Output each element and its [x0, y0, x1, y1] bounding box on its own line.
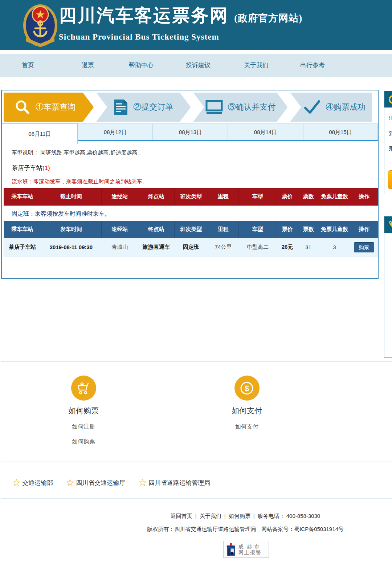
- flow-col-tickets: 票数: [298, 188, 319, 205]
- flow-col-station: 乘车车站: [4, 188, 41, 205]
- cell-depart-time: 2019-08-11 09:30: [41, 238, 102, 257]
- separator: |: [195, 513, 197, 519]
- tab-date-0811-active[interactable]: 08月11日: [2, 123, 78, 144]
- sidebar-search-panel: 出发地 到达地 乘车日期 查询: [384, 91, 392, 194]
- step-4-label: ④购票成功: [326, 102, 366, 113]
- payment-card-icon: [205, 100, 223, 114]
- table-row: 茶店子车站 2019-08-11 09:30 青城山 旅游直通车 固定班 74公…: [4, 238, 378, 257]
- site-title-suffix: (政府官方网站): [234, 13, 302, 24]
- help-title-pay: 如何支付: [165, 406, 328, 416]
- flow-col-action: 操作: [350, 188, 378, 205]
- main-nav: 首页 退票 帮助中心 投诉建议 关于我们 出行参考: [0, 54, 392, 77]
- cell-terminal: 旅游直通车: [138, 238, 175, 257]
- step-ticket-search: ①车票查询: [4, 93, 94, 122]
- help-link-buy[interactable]: 如何购票: [2, 438, 165, 446]
- cell-tickets: 31: [298, 238, 319, 257]
- partner-links-bar: ☆ 交通运输部 ☆ 四川省交通运输厅 ☆ 四川省道路运输管理局: [1, 466, 392, 499]
- partner-link-provincial-dept[interactable]: ☆ 四川省交通运输厅: [66, 466, 125, 499]
- footer-link-home[interactable]: 返回首页: [171, 513, 192, 519]
- flow-col-type: 班次类型: [175, 188, 208, 205]
- step-3-label: ③确认并支付: [228, 102, 276, 113]
- fixed-schedule-note: 固定班：乘客须按发车时间准时乘车。: [12, 210, 110, 218]
- help-title-buy: 如何购票: [2, 406, 165, 416]
- footer-phone: 服务电话： 400-858-3030: [258, 513, 320, 519]
- field-destination[interactable]: 到达地: [389, 129, 392, 138]
- flow-schedule-note: 流水班：即滚动发车，乘客须在截止时间之前到站乘车。: [12, 178, 148, 185]
- tab-date-0812[interactable]: 08月12日: [78, 123, 153, 140]
- help-col-pay: $ 如何支付 如何支付: [165, 362, 328, 431]
- separator: |: [253, 513, 255, 519]
- footer-link-how-to-buy[interactable]: 如何购票: [229, 513, 250, 519]
- tab-date-0814[interactable]: 08月14日: [228, 123, 303, 140]
- partner-label: 四川省交通运输厅: [76, 479, 125, 487]
- flow-col-distance: 里程: [208, 188, 239, 205]
- nav-item-help-center[interactable]: 帮助中心: [129, 54, 154, 77]
- star-icon: ☆: [12, 478, 21, 488]
- nav-item-refund[interactable]: 退票: [82, 54, 94, 77]
- partner-link-road-admin[interactable]: ☆ 四川省道路运输管理局: [138, 466, 210, 499]
- nav-item-home[interactable]: 首页: [22, 54, 34, 77]
- fixed-col-station: 乘车车站: [4, 221, 41, 238]
- buy-ticket-button[interactable]: 购票: [354, 242, 374, 252]
- sidebar-query-button[interactable]: 查询: [388, 170, 392, 189]
- flow-schedule-table: 乘车车站 截止时间 途经站 终点站 班次类型 里程 车型 票价 票数 免票儿童数…: [4, 188, 378, 206]
- field-departure[interactable]: 出发地: [389, 114, 392, 123]
- sidebar-contact-header: [384, 216, 392, 233]
- date-tabs: 08月12日 08月13日 08月14日 08月15日 08月11日: [2, 123, 378, 144]
- flow-col-deadline: 截止时间: [41, 188, 102, 205]
- badge-line1: 成 都 市: [238, 544, 262, 549]
- check-icon: [304, 100, 320, 114]
- separator: |: [224, 513, 226, 519]
- tab-date-0815[interactable]: 08月15日: [303, 123, 378, 140]
- svg-text:$: $: [245, 384, 249, 393]
- fixed-col-free-children: 免票儿童数: [319, 221, 350, 238]
- page: 四川汽车客运票务网 (政府官方网站) Sichuan Provincial Bu…: [0, 0, 392, 568]
- field-travel-date[interactable]: 乘车日期: [389, 145, 392, 153]
- police-kiosk-icon: [225, 543, 237, 556]
- help-section: 如何购票 如何注册 如何购票 $ 如何支付 如何支付 如何退票 线上退票: [1, 361, 392, 462]
- cell-station: 茶店子车站: [4, 238, 41, 257]
- help-link-pay[interactable]: 如何支付: [165, 423, 328, 431]
- flow-col-via: 途经站: [102, 188, 138, 205]
- cell-price: 26元: [277, 238, 298, 257]
- flow-col-price: 票价: [277, 188, 298, 205]
- online-police-report-badge[interactable]: 成 都 市 网上报警: [223, 541, 269, 558]
- fixed-col-depart-time: 发车时间: [41, 221, 102, 238]
- star-icon: ☆: [66, 478, 74, 488]
- footer-link-about[interactable]: 关于我们: [200, 513, 221, 519]
- document-icon: [114, 99, 128, 115]
- search-icon: [15, 99, 30, 115]
- fixed-col-type: 班次类型: [175, 221, 208, 238]
- tab-date-0813[interactable]: 08月13日: [153, 123, 228, 140]
- partner-link-ministry[interactable]: ☆ 交通运输部: [12, 466, 53, 499]
- nav-item-about-us[interactable]: 关于我们: [244, 54, 269, 77]
- site-title-cn: 四川汽车客运票务网: [59, 5, 229, 25]
- sidebar-search-header: [384, 91, 392, 107]
- fixed-col-via: 途经站: [102, 221, 138, 238]
- step-confirm-pay: ③确认并支付: [193, 93, 287, 122]
- site-title-en: Sichuan Provincial Bus Ticketing System: [59, 32, 302, 42]
- fixed-col-distance: 里程: [208, 221, 239, 238]
- footer-links: 返回首页|关于我们|如何购票|服务电话： 400-858-3030: [49, 513, 392, 520]
- flow-col-free-children: 免票儿童数: [319, 188, 350, 205]
- help-link-register[interactable]: 如何注册: [2, 423, 165, 431]
- sidebar-contact-panel: [384, 216, 392, 358]
- station-name: 茶店子车站: [12, 165, 42, 171]
- cart-icon: [71, 376, 96, 401]
- site-title: 四川汽车客运票务网 (政府官方网站): [59, 4, 302, 30]
- purchase-steps: ①车票查询 ②提交订单: [4, 93, 372, 122]
- station-title: 茶店子车站(1): [12, 164, 50, 172]
- vehicle-type-note: 车型说明： 同班线路,车型越高,票价越高,舒适度越高。: [12, 149, 143, 156]
- fixed-schedule-table: 乘车车站 发车时间 途经站 终点站 班次类型 里程 车型 票价 票数 免票儿童数…: [4, 221, 378, 257]
- step-2-label: ②提交订单: [133, 102, 173, 113]
- site-header: 四川汽车客运票务网 (政府官方网站) Sichuan Provincial Bu…: [0, 0, 392, 50]
- nav-item-feedback[interactable]: 投诉建议: [186, 54, 211, 77]
- nav-item-travel-reference[interactable]: 出行参考: [300, 54, 325, 77]
- station-count: (1): [42, 165, 50, 171]
- partner-label: 四川省道路运输管理局: [148, 479, 210, 487]
- cell-type: 固定班: [175, 238, 208, 257]
- fixed-col-terminal: 终点站: [138, 221, 175, 238]
- phone-icon: [388, 220, 392, 230]
- flow-col-terminal: 终点站: [138, 188, 175, 205]
- badge-line2: 网上报警: [238, 549, 262, 555]
